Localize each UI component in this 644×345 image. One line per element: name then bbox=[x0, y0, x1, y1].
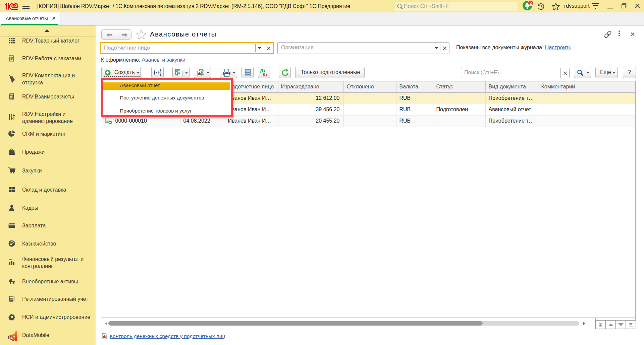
svg-text:2: 2 bbox=[529, 1, 532, 6]
